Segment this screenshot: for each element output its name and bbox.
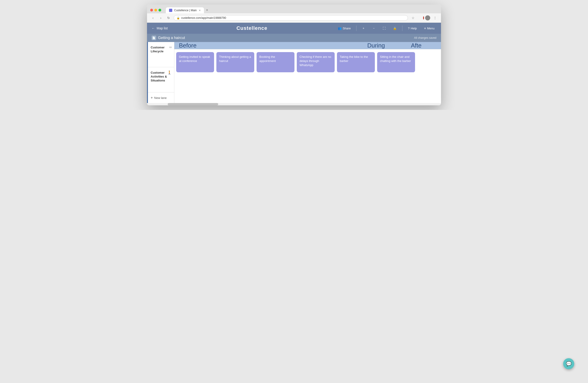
forward-button[interactable]: › xyxy=(158,15,164,21)
infinity-icon: ∞ xyxy=(169,45,172,49)
plus-icon: + xyxy=(151,96,153,100)
help-button[interactable]: ? Help xyxy=(406,26,419,31)
doc-titlebar: 📄 Getting a haircut All changes saved xyxy=(147,34,441,42)
hamburger-icon: ≡ xyxy=(424,27,426,30)
sidebar-lane-activities: Customer Activities & Situations 🚶 xyxy=(148,67,174,93)
minimize-button[interactable] xyxy=(154,9,157,11)
sidebar-lane-lifecycle: Customer Lifecycle ∞ xyxy=(148,42,174,67)
canvas-inner: Before During Afte Getting invited to sp… xyxy=(174,42,441,75)
header-divider-2 xyxy=(402,25,402,31)
phase-after-cell: Afte xyxy=(406,42,441,49)
card-5[interactable]: Sitting in the chair and chatting with t… xyxy=(377,52,415,72)
menu-button[interactable]: ≡ Menu xyxy=(422,26,436,31)
scrollbar-track[interactable] xyxy=(147,103,441,105)
cards-row: Getting invited to speak at conference T… xyxy=(174,49,441,75)
lock-button[interactable]: 🔒 xyxy=(391,26,399,31)
app-body: Customer Lifecycle ∞ Customer Activities… xyxy=(147,42,441,103)
help-label: Help xyxy=(411,27,417,30)
save-status: All changes saved xyxy=(414,36,436,39)
url-text: custellence.com/app/main/19888790 xyxy=(181,16,226,19)
scrollbar-thumb[interactable] xyxy=(168,103,218,105)
lane1-label: Customer Lifecycle xyxy=(151,46,171,54)
back-button[interactable]: ‹ xyxy=(150,15,156,21)
zoom-in-button[interactable]: ＋ xyxy=(360,25,367,31)
share-icon: 👥 xyxy=(338,27,341,30)
fullscreen-button[interactable]: ⛶ xyxy=(381,26,387,31)
header-divider-1 xyxy=(356,25,357,31)
card-1[interactable]: Thinking about getting a haircut xyxy=(216,52,254,72)
tab-favicon xyxy=(169,9,172,12)
phase-before-cell: Before xyxy=(174,42,363,49)
phase-row: Before During Afte xyxy=(174,42,441,49)
sidebar: Customer Lifecycle ∞ Customer Activities… xyxy=(148,42,174,103)
share-label: Share xyxy=(343,27,351,30)
lock-icon: 🔒 xyxy=(177,17,180,19)
person-walking-icon: 🚶 xyxy=(167,70,172,75)
card-2[interactable]: Booking the appointment xyxy=(256,52,294,72)
new-tab-button[interactable]: + xyxy=(204,7,210,13)
map-list-nav[interactable]: ← Map list xyxy=(152,26,168,30)
share-button[interactable]: 👥 Share xyxy=(336,26,353,31)
active-tab[interactable]: Custellence | Main ✕ xyxy=(166,7,204,13)
tab-close-icon[interactable]: ✕ xyxy=(199,9,201,12)
doc-title-area: 📄 Getting a haircut xyxy=(152,36,185,40)
maximize-button[interactable] xyxy=(158,9,161,11)
traffic-lights xyxy=(150,9,161,11)
card-3[interactable]: Checking if there are no delays through … xyxy=(297,52,335,72)
help-icon: ? xyxy=(408,27,410,30)
browser-toolbar: ‹ › ↻ 🔒 custellence.com/app/main/1988879… xyxy=(147,13,441,23)
app-title: Custellence xyxy=(236,25,267,31)
phase-during-cell: During xyxy=(363,42,406,49)
canvas[interactable]: Before During Afte Getting invited to sp… xyxy=(174,42,441,103)
tab-bar: Custellence | Main ✕ + xyxy=(166,7,438,13)
refresh-button[interactable]: ↻ xyxy=(166,15,171,21)
menu-dots-icon[interactable]: ⋮ xyxy=(432,15,438,21)
address-bar[interactable]: 🔒 custellence.com/app/main/19888790 xyxy=(174,15,408,21)
header-actions: 👥 Share ＋ － ⛶ 🔒 ? Help ≡ Menu xyxy=(336,25,436,31)
app-header: ← Map list Custellence 👥 Share ＋ － ⛶ 🔒 ?… xyxy=(147,23,441,34)
map-list-label: Map list xyxy=(157,26,168,30)
card-0[interactable]: Getting invited to speak at conference xyxy=(176,52,214,72)
bookmark-icon[interactable]: ☆ xyxy=(410,15,416,21)
back-arrow-icon: ← xyxy=(152,26,155,30)
tab-label: Custellence | Main xyxy=(174,9,197,12)
toolbar-actions: ☆ ⋮ xyxy=(410,15,438,21)
new-lane-label: New lane xyxy=(154,96,167,100)
new-lane-button[interactable]: + New lane xyxy=(148,93,174,103)
menu-label: Menu xyxy=(427,27,435,30)
card-4[interactable]: Taking the bike to the barber xyxy=(337,52,375,72)
close-button[interactable] xyxy=(150,9,153,11)
extensions-area xyxy=(418,15,423,21)
doc-title-text: Getting a haircut xyxy=(158,36,185,40)
browser-window: Custellence | Main ✕ + ‹ › ↻ 🔒 custellen… xyxy=(147,5,441,105)
profile-icon[interactable] xyxy=(425,15,430,21)
zoom-out-button[interactable]: － xyxy=(371,25,377,31)
browser-titlebar: Custellence | Main ✕ + xyxy=(147,5,441,13)
doc-type-icon: 📄 xyxy=(152,36,156,40)
